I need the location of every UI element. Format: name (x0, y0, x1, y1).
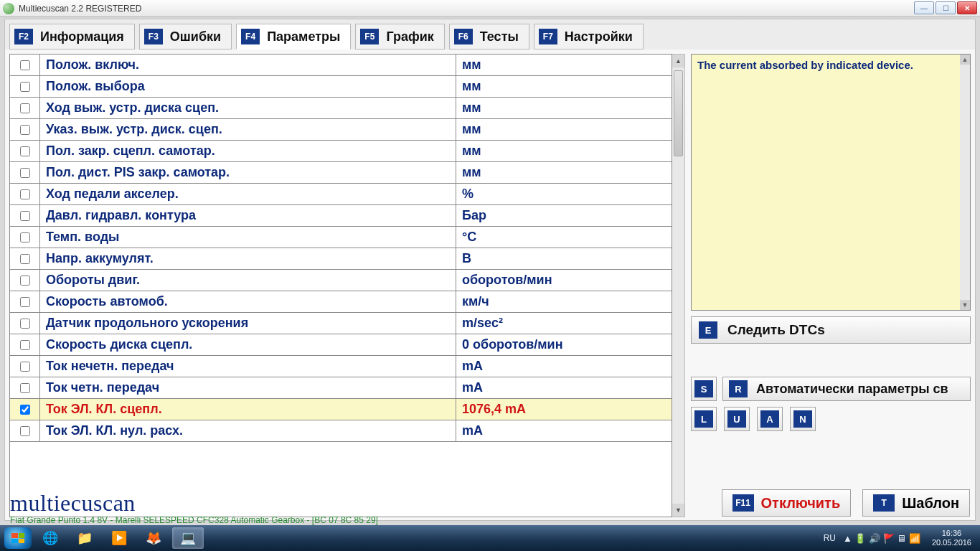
window-body: F2ИнформацияF3ОшибкиF4ПараметрыF5ГрафикF… (4, 19, 976, 521)
scroll-up-icon[interactable]: ▲ (672, 55, 684, 67)
checkbox-cell (10, 205, 40, 226)
clock[interactable]: 16:36 20.05.2016 (928, 529, 976, 547)
l-key-button[interactable]: L (691, 407, 717, 431)
tab-f7[interactable]: F7Настройки (534, 24, 644, 50)
param-name: Ход выж. устр. диска сцеп. (40, 98, 456, 118)
tab-f4[interactable]: F4Параметры (236, 24, 351, 50)
param-value: mA (456, 356, 672, 377)
watch-dtc-button[interactable]: E Следить DTCs (691, 316, 971, 344)
param-name: Датчик продольного ускорения (40, 313, 456, 334)
param-checkbox[interactable] (20, 319, 30, 329)
param-row[interactable]: Скорость автомоб.км/ч (10, 291, 672, 313)
param-checkbox[interactable] (20, 276, 30, 286)
window-title: Multiecuscan 2.2 REGISTERED (19, 4, 141, 14)
param-checkbox[interactable] (20, 189, 30, 199)
checkbox-cell (10, 377, 40, 398)
param-row[interactable]: Полож. выборамм (10, 76, 672, 98)
disconnect-button[interactable]: F11 Отключить (722, 489, 852, 517)
button-label: Следить DTCs (727, 322, 825, 338)
info-text: The current absorbed by indicated device… (697, 59, 913, 71)
param-value: mA (456, 420, 672, 441)
ie-icon[interactable]: 🌐 (34, 527, 66, 549)
param-checkbox[interactable] (20, 254, 30, 264)
tab-f3[interactable]: F3Ошибки (139, 24, 232, 50)
param-name: Скорость диска сцепл. (40, 334, 456, 355)
tabbar: F2ИнформацияF3ОшибкиF4ПараметрыF5ГрафикF… (5, 19, 975, 50)
param-row[interactable]: Ток ЭЛ. КЛ. сцепл.1076,4 mA (10, 399, 672, 420)
media-player-icon[interactable]: ▶️ (103, 527, 135, 549)
tray-icons[interactable]: ▲ 🔋 🔊 🚩 🖥 📶 (843, 533, 920, 544)
tab-label: Настройки (565, 29, 633, 44)
s-key-button[interactable]: S (691, 377, 717, 401)
maximize-button[interactable]: ☐ (936, 1, 956, 14)
param-row[interactable]: Пол. закр. сцепл. самотар.мм (10, 141, 672, 162)
param-checkbox[interactable] (20, 125, 30, 135)
key-badge: F11 (732, 494, 754, 512)
param-value: m/sec² (456, 313, 672, 334)
param-row[interactable]: Ток четн. передачmA (10, 377, 672, 399)
param-row[interactable]: Скорость диска сцепл.0 оборотов/мин (10, 334, 672, 356)
param-name: Напр. аккумулят. (40, 248, 456, 269)
param-checkbox[interactable] (20, 168, 30, 178)
param-value: Бар (456, 205, 672, 226)
language-indicator[interactable]: RU (824, 533, 836, 543)
clock-time: 16:36 (932, 529, 971, 538)
param-checkbox[interactable] (20, 297, 30, 307)
n-key-button[interactable]: N (790, 407, 816, 431)
param-checkbox[interactable] (20, 383, 30, 393)
key-badge: N (793, 410, 812, 428)
param-row[interactable]: Давл. гидравл. контураБар (10, 205, 672, 227)
param-value: В (456, 248, 672, 269)
param-value: оборотов/мин (456, 270, 672, 291)
multiecuscan-icon[interactable]: 💻 (172, 527, 204, 549)
param-row[interactable]: Указ. выж. устр. диск. сцеп.мм (10, 119, 672, 141)
u-key-button[interactable]: U (724, 407, 750, 431)
param-row[interactable]: Напр. аккумулят.В (10, 248, 672, 270)
firefox-icon[interactable]: 🦊 (138, 527, 169, 549)
close-button[interactable]: ✕ (957, 1, 977, 14)
param-row[interactable]: Обороты двиг.оборотов/мин (10, 270, 672, 291)
a-key-button[interactable]: A (757, 407, 783, 431)
param-value: мм (456, 162, 672, 183)
checkbox-cell (10, 420, 40, 441)
param-row[interactable]: Ток ЭЛ. КЛ. нул. расх.mA (10, 420, 672, 442)
param-checkbox[interactable] (20, 146, 30, 156)
param-checkbox[interactable] (20, 426, 30, 436)
auto-params-button[interactable]: R Автоматически параметры св (722, 377, 971, 401)
param-checkbox[interactable] (20, 103, 30, 113)
tab-f6[interactable]: F6Тесты (449, 24, 529, 50)
param-row[interactable]: Ток нечетн. передачmA (10, 356, 672, 377)
info-scrollbar[interactable]: ▲ ▼ (960, 55, 970, 310)
minimize-button[interactable]: — (914, 1, 934, 14)
param-row[interactable]: Ход выж. устр. диска сцеп.мм (10, 98, 672, 119)
param-checkbox[interactable] (20, 405, 30, 415)
scrollbar-thumb[interactable] (674, 70, 683, 156)
tab-f5[interactable]: F5График (355, 24, 444, 50)
param-checkbox[interactable] (20, 211, 30, 221)
param-row[interactable]: Полож. включ.мм (10, 55, 672, 76)
start-button[interactable] (4, 527, 32, 549)
tab-f2[interactable]: F2Информация (9, 24, 135, 50)
param-name: Обороты двиг. (40, 270, 456, 291)
param-row[interactable]: Датчик продольного ускоренияm/sec² (10, 313, 672, 334)
param-checkbox[interactable] (20, 82, 30, 92)
param-name: Ток нечетн. передач (40, 356, 456, 377)
param-checkbox[interactable] (20, 60, 30, 70)
template-button[interactable]: T Шаблон (862, 489, 970, 517)
explorer-icon[interactable]: 📁 (69, 527, 100, 549)
key-badge: F7 (539, 29, 557, 44)
param-name: Пол. дист. PIS закр. самотар. (40, 162, 456, 183)
param-row[interactable]: Ход педали акселер.% (10, 184, 672, 205)
scroll-up-icon[interactable]: ▲ (960, 55, 970, 65)
param-name: Полож. включ. (40, 55, 456, 75)
param-row[interactable]: Пол. дист. PIS закр. самотар.мм (10, 162, 672, 184)
tab-label: Информация (40, 29, 124, 44)
param-row[interactable]: Темп. воды°C (10, 227, 672, 248)
param-checkbox[interactable] (20, 232, 30, 242)
scroll-down-icon[interactable]: ▼ (960, 300, 970, 310)
key-badge: R (729, 380, 748, 397)
vertical-scrollbar[interactable]: ▲ ▼ (672, 54, 685, 517)
param-checkbox[interactable] (20, 362, 30, 372)
param-checkbox[interactable] (20, 340, 30, 350)
param-name: Ток ЭЛ. КЛ. сцепл. (40, 399, 456, 420)
